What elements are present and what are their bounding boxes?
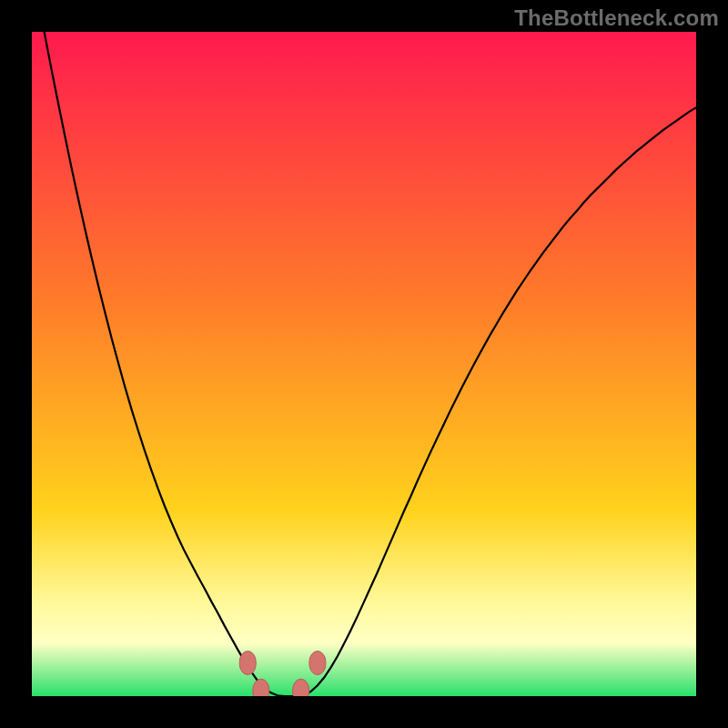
watermark-text: TheBottleneck.com: [514, 5, 719, 31]
bottleneck-chart: [32, 32, 696, 696]
curve-marker: [239, 652, 256, 675]
curve-marker: [253, 679, 269, 696]
curve-marker: [309, 652, 326, 675]
gradient-background: [32, 32, 696, 696]
curve-marker: [293, 679, 309, 696]
plot-area: [32, 32, 696, 696]
chart-frame: TheBottleneck.com: [0, 0, 728, 728]
